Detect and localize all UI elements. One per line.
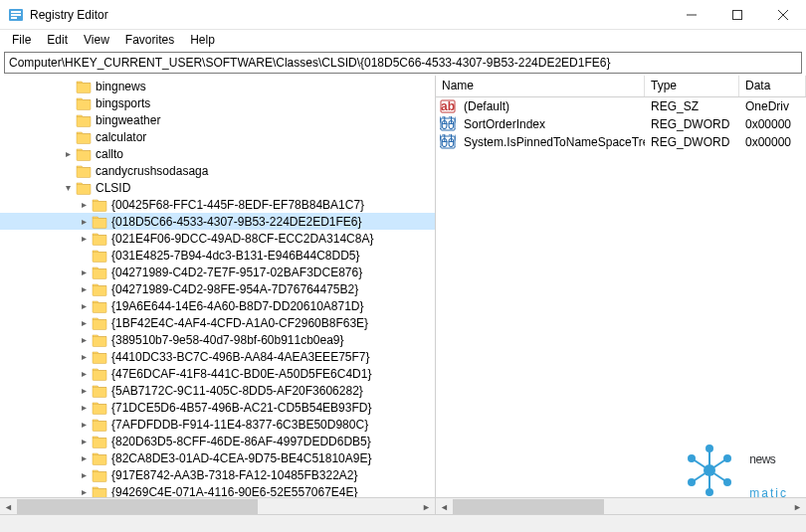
tree-node[interactable]: candycrushsodasaga [0,162,435,179]
menu-edit[interactable]: Edit [39,31,76,49]
maximize-button[interactable] [714,0,760,30]
tree-node-label: candycrushsodasaga [96,164,208,178]
tree-node-label: bingsports [96,96,150,110]
scroll-track[interactable] [453,498,789,514]
value-name: (Default) [458,99,645,113]
menubar: File Edit View Favorites Help [0,30,806,50]
tree-pane[interactable]: bingnewsbingsportsbingweathercalculator▸… [0,76,436,514]
tree-node[interactable]: ▸{4410DC33-BC7C-496B-AA84-4AEA3EEE75F7} [0,348,435,365]
expander-icon[interactable]: ▸ [76,216,92,227]
expander-icon[interactable]: ▸ [76,486,92,497]
tree-node[interactable]: ▸{00425F68-FFC1-445F-8EDF-EF78B84BA1C7} [0,196,435,213]
minimize-button[interactable] [669,0,714,30]
tree-node[interactable]: ▸{820D63D5-8CFF-46DE-86AF-4997DEDD6DB5} [0,433,435,449]
folder-icon [92,299,107,313]
address-bar[interactable] [4,52,802,74]
tree-node[interactable]: ▸{7AFDFDDB-F914-11E4-8377-6C3BE50D980C} [0,416,435,433]
tree-node[interactable]: ▾CLSID [0,179,435,196]
value-row[interactable]: ab(Default)REG_SZOneDriv [436,97,806,115]
expander-icon[interactable]: ▸ [76,385,92,396]
tree-node[interactable]: ▸{04271989-C4D2-98FE-954A-7D76764475B2} [0,280,435,297]
tree-node[interactable]: ▸{018D5C66-4533-4307-9B53-224DE2ED1FE6} [0,213,435,230]
expander-icon[interactable]: ▸ [76,233,92,244]
scroll-right-button[interactable]: ► [789,498,806,514]
tree-node[interactable]: bingweather [0,111,435,128]
expander-icon[interactable]: ▸ [76,199,92,210]
tree-node[interactable]: ▸{1BF42E4C-4AF4-4CFD-A1A0-CF2960B8F63E} [0,314,435,331]
tree-node[interactable]: bingsports [0,94,435,111]
svg-text:1001: 1001 [440,136,456,150]
registry-tree: bingnewsbingsportsbingweathercalculator▸… [0,76,435,514]
binary-value-icon: 01101001 [440,134,456,150]
folder-icon [92,451,107,465]
value-type: REG_DWORD [645,117,739,131]
menu-favorites[interactable]: Favorites [117,31,182,49]
titlebar: Registry Editor [0,0,806,30]
expander-icon[interactable]: ▸ [76,283,92,294]
values-hscrollbar[interactable]: ◄ ► [436,497,806,514]
tree-node[interactable]: ▸{47E6DCAF-41F8-441C-BD0E-A50D5FE6C4D1} [0,365,435,382]
scroll-right-button[interactable]: ► [418,498,435,514]
tree-node[interactable]: ▸{04271989-C4D2-7E7F-9517-02BAF3DCE876} [0,264,435,280]
expander-icon[interactable]: ▸ [76,452,92,463]
tree-node[interactable]: ▸{389510b7-9e58-40d7-98bf-60b911cb0ea9} [0,331,435,348]
expander-icon[interactable]: ▸ [76,266,92,277]
tree-node-label: {04271989-C4D2-7E7F-9517-02BAF3DCE876} [111,266,362,279]
folder-icon [92,384,107,398]
address-input[interactable] [9,56,797,70]
menu-help[interactable]: Help [182,31,223,49]
tree-node[interactable]: ▸{021E4F06-9DCC-49AD-88CF-ECC2DA314C8A} [0,230,435,247]
scroll-left-button[interactable]: ◄ [0,498,17,514]
value-row[interactable]: 01101001System.IsPinnedToNameSpaceTreeRE… [436,133,806,151]
folder-icon [92,418,107,432]
menu-file[interactable]: File [4,31,39,49]
menu-view[interactable]: View [76,31,117,49]
list-body: ab(Default)REG_SZOneDriv01101001SortOrde… [436,97,806,151]
tree-node[interactable]: ▸callto [0,145,435,162]
tree-node[interactable]: calculator [0,128,435,145]
tree-node-label: {021E4F06-9DCC-49AD-88CF-ECC2DA314C8A} [111,232,373,246]
tree-node[interactable]: ▸{71DCE5D6-4B57-496B-AC21-CD5B54EB93FD} [0,399,435,416]
tree-node-label: {71DCE5D6-4B57-496B-AC21-CD5B54EB93FD} [111,401,371,415]
header-name[interactable]: Name [436,76,645,96]
tree-node[interactable]: ▸{82CA8DE3-01AD-4CEA-9D75-BE4C51810A9E} [0,449,435,466]
expander-icon[interactable]: ▸ [76,300,92,311]
tree-node-label: {47E6DCAF-41F8-441C-BD0E-A50D5FE6C4D1} [111,367,371,381]
svg-text:ab: ab [441,99,455,113]
expander-icon[interactable]: ▸ [76,351,92,362]
tree-node[interactable]: ▸{5AB7172C-9C11-405C-8DD5-AF20F3606282} [0,382,435,399]
header-data[interactable]: Data [739,76,806,96]
value-data: 0x00000 [739,117,806,131]
tree-node[interactable]: bingnews [0,78,435,94]
tree-node-label: {031E4825-7B94-4dc3-B131-E946B44C8DD5} [111,249,360,263]
expander-icon[interactable]: ▸ [76,317,92,328]
tree-node[interactable]: {031E4825-7B94-4dc3-B131-E946B44C8DD5} [0,247,435,264]
tree-node-label: {389510b7-9e58-40d7-98bf-60b911cb0ea9} [111,333,344,347]
expander-icon[interactable]: ▾ [60,182,76,193]
app-icon [8,7,24,23]
scroll-track[interactable] [17,498,418,514]
tree-node-label: {7AFDFDDB-F914-11E4-8377-6C3BE50D980C} [111,418,368,432]
expander-icon[interactable]: ▸ [76,419,92,430]
value-row[interactable]: 01101001SortOrderIndexREG_DWORD0x00000 [436,115,806,133]
expander-icon[interactable]: ▸ [76,469,92,480]
expander-icon[interactable]: ▸ [76,402,92,413]
header-type[interactable]: Type [645,76,739,96]
svg-text:1001: 1001 [440,118,456,132]
close-button[interactable] [760,0,806,30]
tree-hscrollbar[interactable]: ◄ ► [0,497,435,514]
tree-node-label: {5AB7172C-9C11-405C-8DD5-AF20F3606282} [111,384,363,398]
tree-node[interactable]: ▸{917E8742-AA3B-7318-FA12-10485FB322A2} [0,466,435,483]
expander-icon[interactable]: ▸ [76,436,92,446]
tree-node-label: {018D5C66-4533-4307-9B53-224DE2ED1FE6} [111,215,362,229]
expander-icon[interactable]: ▸ [60,148,76,159]
window-controls [669,0,806,30]
folder-icon [92,468,107,482]
expander-icon[interactable]: ▸ [76,334,92,345]
expander-icon[interactable]: ▸ [76,368,92,379]
values-pane[interactable]: Name Type Data ab(Default)REG_SZOneDriv0… [436,76,806,514]
folder-icon [92,215,107,229]
scroll-left-button[interactable]: ◄ [436,498,453,514]
tree-node-label: {82CA8DE3-01AD-4CEA-9D75-BE4C51810A9E} [111,451,372,465]
tree-node[interactable]: ▸{19A6E644-14E6-4A60-B8D7-DD20610A871D} [0,297,435,314]
